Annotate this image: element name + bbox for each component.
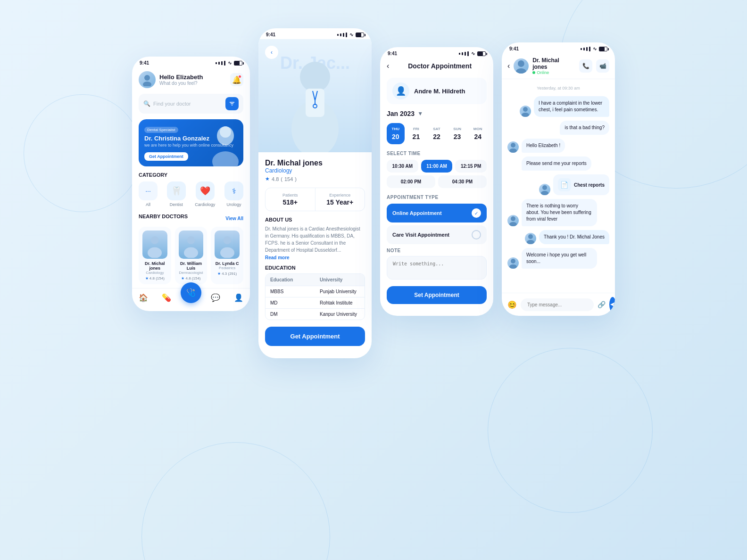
status-bar-4: 9:41 ∿: [502, 42, 615, 53]
status-time-2: 9:41: [266, 32, 275, 37]
category-icon-cardiology: ❤️: [196, 181, 215, 200]
nav-home[interactable]: 🏠: [135, 292, 152, 303]
doctor-image-1: [142, 231, 167, 259]
read-more-link[interactable]: Read more: [265, 255, 365, 260]
nearby-title: NEARBY DOCTORS: [139, 214, 188, 219]
file-name: Chest reports: [574, 182, 605, 188]
wifi-icon-1: ∿: [228, 60, 232, 66]
message-7: Welcome i hope you get well soon...: [507, 248, 609, 269]
send-button[interactable]: [609, 297, 615, 312]
svg-point-23: [523, 107, 528, 112]
day-sun[interactable]: SUN 23: [448, 123, 466, 144]
category-label-all: All: [146, 202, 150, 207]
doctor-card-1[interactable]: Dr. Michal jones Cardiology ★ 4.8 (154): [139, 227, 171, 284]
search-bar[interactable]: 🔍 Find your doctor: [139, 94, 243, 114]
status-time-1: 9:41: [140, 60, 149, 66]
time-1100[interactable]: 11:00 AM: [421, 160, 453, 173]
about-text: Dr. Michal jones is a Cardiac Anesthesio…: [265, 225, 365, 254]
day-sat[interactable]: SAT 22: [428, 123, 446, 144]
doctor-card-3[interactable]: Dr. Lynda C Pediatrics ★ 4.3 (291): [211, 227, 243, 284]
month-arrow-icon: ▼: [417, 110, 423, 117]
svg-point-33: [511, 259, 515, 264]
about-title: ABOUT US: [265, 217, 365, 222]
category-item-cardiology[interactable]: ❤️ Cardiology: [195, 181, 215, 207]
get-appointment-button[interactable]: Get Appointment: [265, 327, 365, 346]
month-selector[interactable]: Jan 2023 ▼: [387, 110, 487, 117]
search-placeholder: Find your doctor: [153, 101, 223, 107]
care-visit-label: Care Visit Appointment: [392, 232, 449, 238]
svg-point-32: [527, 240, 534, 244]
doctor-icon: 👤: [392, 82, 409, 99]
message-bubble-1: I have a complaint in the lower chest, i…: [534, 96, 609, 117]
svg-point-26: [509, 148, 517, 153]
message-input[interactable]: [521, 298, 594, 311]
category-label-dentist: Dentist: [170, 202, 183, 207]
status-time-3: 9:41: [388, 51, 397, 56]
online-indicator: [532, 71, 535, 74]
message-3: Hello Elizabeth !: [507, 139, 609, 153]
time-1215[interactable]: 12:15 PM: [455, 160, 487, 173]
user-avatar-1: [139, 71, 156, 88]
call-button[interactable]: 📞: [579, 59, 592, 73]
category-label-cardiology: Cardiology: [195, 202, 215, 207]
message-bubble-7: Welcome i hope you get well soon...: [522, 248, 597, 269]
wifi-icon-2: ∿: [349, 32, 353, 37]
time-1030[interactable]: 10:30 AM: [387, 160, 418, 173]
back-button-3[interactable]: ‹: [387, 62, 389, 70]
back-button-2[interactable]: ‹: [265, 46, 278, 59]
category-item-urology[interactable]: ⚕ Urology: [224, 181, 243, 207]
message-bubble-3: Hello Elizabeth !: [522, 139, 565, 153]
svg-point-28: [541, 191, 548, 195]
chat-doctor-info: Dr. Michal jones Online: [514, 57, 575, 75]
doctor-figure: [284, 53, 346, 152]
category-item-dentist[interactable]: 🦷 Dentist: [167, 181, 186, 207]
education-table: Education University MBBS Punjab Univers…: [265, 273, 365, 320]
nav-chat[interactable]: 💬: [207, 292, 224, 303]
message-6: Thank you ! Dr. Michal Jones: [507, 230, 609, 244]
patient-avatar-file: [539, 184, 550, 195]
appointment-title: Doctor Appointment: [393, 62, 487, 70]
appointment-doctor-row: 👤 Andre M. Hildreth: [387, 78, 487, 104]
category-icon-all: ···: [139, 181, 158, 200]
attach-button[interactable]: 🔗: [598, 298, 606, 311]
message-file: 📄 Chest reports: [507, 174, 609, 195]
emoji-button[interactable]: 😊: [507, 300, 517, 309]
svg-point-34: [509, 264, 517, 269]
notification-dot: [238, 75, 241, 78]
care-visit-option[interactable]: Care Visit Appointment: [387, 225, 487, 244]
nav-profile[interactable]: 👤: [230, 292, 247, 303]
stat-experience: Experience 15 Year+: [315, 188, 365, 211]
doctor-spec-2: Dermacologist: [179, 271, 204, 275]
category-icon-dentist: 🦷: [167, 181, 186, 200]
notification-button[interactable]: 🔔: [230, 73, 243, 86]
day-fri[interactable]: FRI 21: [407, 123, 425, 144]
stat-patients: Patients 518+: [266, 188, 315, 211]
set-appointment-button[interactable]: Set Appointment: [387, 286, 487, 304]
time-0200[interactable]: 02:00 PM: [387, 175, 435, 188]
video-button[interactable]: 📹: [596, 59, 609, 73]
doctor-spec-1: Cardiology: [142, 271, 167, 275]
filter-button[interactable]: [225, 97, 239, 110]
time-0430[interactable]: 04:30 PM: [438, 175, 487, 188]
doctor-avatar-msg-2: [507, 215, 519, 226]
note-input[interactable]: [387, 256, 487, 280]
view-all-button[interactable]: View All: [225, 216, 243, 221]
appointment-doctor-name: Andre M. Hildreth: [414, 88, 465, 95]
phone-home: 9:41 ∿ Hello Elizabeth What do you feel?…: [132, 57, 250, 311]
online-appointment-option[interactable]: Online Appointment ✓: [387, 204, 487, 222]
back-button-4[interactable]: ‹: [507, 62, 510, 70]
nav-center-button[interactable]: 🩺: [181, 282, 201, 303]
day-thu[interactable]: THU 20: [387, 123, 405, 144]
bottom-nav: 🏠 💊 🩺 💬 👤: [132, 288, 250, 307]
status-time-4: 9:41: [509, 46, 519, 51]
category-item-all[interactable]: ··· All: [139, 181, 158, 207]
edu-col-university: University: [315, 274, 365, 286]
nav-pills[interactable]: 💊: [158, 292, 175, 303]
phone-doctor-profile: 9:41 ∿ ‹ Dr. Jac...: [258, 28, 372, 358]
message-bubble-6: Thank you ! Dr. Michal Jones: [539, 230, 609, 244]
banner-appointment-button[interactable]: Get Appointment: [144, 152, 188, 161]
appointment-header: ‹ Doctor Appointment: [380, 58, 493, 74]
status-bar-2: 9:41 ∿: [258, 28, 372, 39]
day-mon[interactable]: MON 24: [469, 123, 487, 144]
doctor-card-2[interactable]: Dr. William Luis Dermacologist ★ 4.8 (15…: [175, 227, 208, 284]
